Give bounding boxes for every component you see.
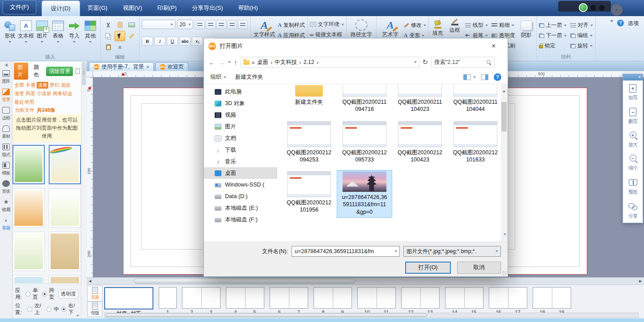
insert-textbox-button[interactable]: 文本框 [18, 19, 34, 43]
page-thumbnail-pair[interactable]: 1213 [401, 287, 440, 313]
sidebar-item-material[interactable]: 素材 [2, 123, 10, 141]
category-link[interactable]: 梦幻 [50, 82, 59, 89]
sidebar-item-layout[interactable]: 版式 [2, 141, 10, 160]
category-link[interactable]: 卡通 [25, 82, 35, 89]
panel-scrollbar[interactable] [81, 61, 86, 318]
options-button[interactable]: 选项 [628, 20, 639, 27]
tree-item[interactable]: 本地磁盘 (E:) [204, 202, 277, 214]
file-item[interactable]: QQ截图20200212101956 [282, 170, 336, 217]
copy-style-button[interactable]: A复制样式 [278, 21, 305, 29]
cut-button[interactable] [103, 20, 114, 30]
background-thumbnail-green-meadow[interactable] [13, 145, 45, 184]
file-item[interactable]: QQ截图20200211094716 [337, 84, 392, 115]
refresh-icon[interactable]: ↻ [423, 58, 428, 66]
menu-item[interactable]: 印刷(P) [150, 0, 184, 16]
font-family-select[interactable] [142, 20, 175, 29]
pan-button[interactable] [114, 20, 125, 30]
file-item[interactable]: u=2878647426,3659111831&fm=11&gp=0 [337, 170, 392, 217]
book-button[interactable]: 预览 [623, 174, 643, 199]
file-item[interactable]: QQ截图20200212100423 [393, 120, 447, 165]
breadcrumb-item[interactable]: 中文科技 [275, 59, 297, 66]
sidebar-item-background[interactable]: 背景 [2, 86, 10, 105]
page-thumbnail-pair[interactable]: 23 [182, 287, 220, 313]
chevron-down-icon[interactable] [414, 61, 417, 63]
sidebar-item-support[interactable]: ◗客服 [2, 215, 10, 233]
tree-item[interactable]: 桌面 [204, 167, 277, 179]
category-link[interactable]: 最近使用 [14, 99, 34, 106]
tree-item[interactable]: Data (D:) [204, 191, 277, 202]
resize-grip[interactable] [502, 271, 507, 275]
menu-item[interactable]: 视图(V) [115, 0, 149, 16]
scroll-down-icon[interactable] [76, 315, 79, 317]
sidebar-item-gallery[interactable]: 图库 [2, 68, 10, 86]
sidebar-item-shapes[interactable]: 形状 [2, 178, 10, 196]
tree-item[interactable]: Windows-SSD ( [204, 179, 277, 191]
filetype-select[interactable]: 图片文件(*.jpg;*.jpeg;*.bmp;*. [403, 246, 501, 257]
align-distribute-button[interactable] [238, 20, 248, 29]
filmstrip-scrollbar[interactable] [104, 313, 639, 318]
help-icon[interactable]: ? [494, 73, 501, 81]
clear-background-button[interactable]: 清除背景 [46, 67, 73, 76]
line-style-button[interactable]: 线型 [465, 21, 488, 29]
zoom-in-button[interactable]: +放大 [623, 128, 643, 151]
category-link[interactable]: 商务职业 [53, 90, 72, 97]
bring-forward-button[interactable]: 上一层 [539, 21, 567, 29]
picture-tool-button[interactable] [126, 20, 137, 30]
tab-image[interactable]: 图片 [14, 63, 28, 80]
close-icon[interactable]: × [484, 42, 503, 50]
page-thumbnail-pair[interactable]: 1617 [489, 287, 527, 313]
group-button[interactable]: 编组 [570, 32, 593, 39]
dialog-title-bar[interactable]: DPS 打开图片 × [204, 38, 508, 54]
menu-item[interactable]: 分享导出(S) [184, 0, 230, 16]
page-thumbnail-pair[interactable]: 67 [270, 287, 308, 313]
share-button[interactable]: 分享 [623, 199, 643, 223]
organize-button[interactable]: 组织 [210, 73, 226, 81]
page-thumbnail-pair[interactable]: 45 [226, 287, 264, 313]
file-item[interactable]: QQ截图20200212094253 [282, 120, 336, 165]
open-button[interactable]: 打开(O) [405, 262, 451, 274]
tree-item[interactable]: 图片 [204, 121, 277, 132]
page-minus-button[interactable]: −删页 [623, 104, 643, 128]
tree-item[interactable]: ♪音乐 [204, 156, 277, 167]
align-objects-button[interactable]: 对齐 [570, 21, 593, 29]
text-wrap-button[interactable]: 文字环绕 [310, 21, 344, 28]
tab-pages[interactable]: 页面 [87, 286, 102, 301]
tree-item[interactable]: 本地磁盘 (F:) [204, 214, 277, 225]
align-justify-button[interactable] [227, 20, 237, 29]
radio-single-page[interactable] [25, 292, 30, 297]
lock-button[interactable]: 锁定 [539, 42, 567, 50]
sidebar-collapse-button[interactable]: ◀ [4, 62, 8, 68]
breadcrumb[interactable]: « 桌面›中文科技›2.12› [241, 57, 419, 68]
sidebar-item-favorite[interactable]: ★收藏 [2, 196, 10, 215]
zoom-out-button[interactable]: −缩小 [623, 151, 643, 174]
background-thumbnail-sprout-flowers[interactable] [49, 188, 81, 228]
modify-button[interactable]: 修改 [404, 21, 426, 29]
document-tab[interactable]: DPS使用手册-7、背景× [89, 62, 154, 71]
file-item[interactable]: QQ截图20200212101633 [448, 120, 503, 165]
close-icon[interactable]: × [638, 75, 641, 80]
scrollbar-thumb[interactable] [134, 279, 356, 284]
format-button-0[interactable]: B [142, 37, 153, 46]
page-thumbnail[interactable]: 1 [159, 287, 177, 313]
shadow-button[interactable]: 阴影 [519, 19, 534, 50]
help-icon[interactable]: ? [617, 20, 624, 26]
file-item[interactable]: QQ截图20200212095733 [337, 120, 392, 165]
sidebar-item-template[interactable]: 模板 [2, 160, 10, 178]
scroll-right-icon[interactable]: ▶ [638, 279, 643, 284]
cancel-button[interactable]: 取消 [457, 262, 501, 274]
filename-input[interactable]: u=2878647426,3659111831&fm [292, 246, 400, 257]
menu-item[interactable]: 文件(F) [3, 0, 36, 14]
category-link[interactable]: 小清新 [37, 90, 51, 97]
scroll-left-icon[interactable]: ◀ [87, 279, 93, 284]
path-text-button[interactable]: 路径文字 [349, 18, 374, 38]
document-tab[interactable]: DPS欢迎页 [155, 62, 188, 71]
tab-master[interactable]: 母版 [87, 301, 102, 317]
file-list-scrollbar[interactable] [501, 84, 507, 242]
format-button-3[interactable]: abc [179, 37, 191, 46]
rotate-button[interactable]: 旋转 [570, 42, 593, 50]
category-link[interactable]: 全部 [14, 82, 24, 89]
scrollbar-thumb[interactable] [501, 102, 507, 131]
radio-spread[interactable] [42, 292, 47, 297]
radio-pos-left[interactable] [27, 307, 32, 312]
insert-shape-button[interactable]: 形状 [2, 19, 17, 43]
